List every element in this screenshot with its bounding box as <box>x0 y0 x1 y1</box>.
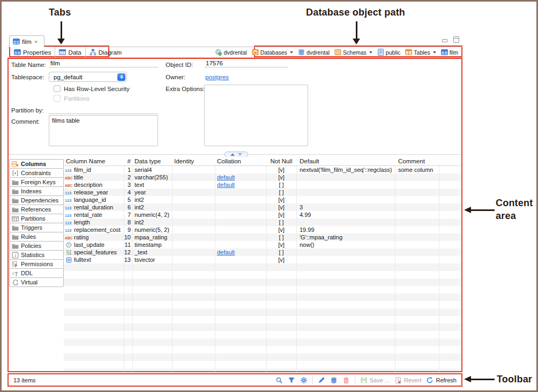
dropdown-caret-icon[interactable] <box>433 51 436 54</box>
grid-body[interactable]: 123film_id1serial4[v]nextval('film_film_… <box>64 166 461 372</box>
comment-cell <box>395 226 439 233</box>
select-stepper-icon[interactable] <box>117 73 125 81</box>
tab-data[interactable]: Data <box>55 47 85 57</box>
sidebar-item-virtual[interactable]: Virtual <box>9 277 64 287</box>
tab-diagram[interactable]: Diagram <box>86 47 125 57</box>
search-icon[interactable] <box>275 376 283 384</box>
sidebar-item-statistics[interactable]: iStatistics <box>9 250 64 260</box>
table-row-replacement-cost[interactable]: 123replacement_cost9numeric(5, 2)[v]19.9… <box>64 226 461 233</box>
column-header-not-null[interactable]: Not Null <box>266 157 296 165</box>
sidebar-item-rules[interactable]: Rules <box>9 232 64 242</box>
column-header-data-type[interactable]: Data type <box>132 157 172 165</box>
table-row-last-update[interactable]: last_update11timestamp[v]now() <box>64 241 461 248</box>
minimize-icon[interactable] <box>442 39 447 42</box>
sidebar-item-label: Indexes <box>21 188 42 194</box>
table-row-description[interactable]: ABCdescription3textdefault[ ] <box>64 181 461 189</box>
refresh-button[interactable]: Refresh <box>426 376 457 384</box>
sidebar-item-columns[interactable]: Columns <box>9 159 64 169</box>
tablespace-label: Tablespace: <box>11 74 44 80</box>
table-row-title[interactable]: ABCtitle2varchar(255)default[v] <box>64 174 461 181</box>
editor-tab-film[interactable]: film × <box>9 35 44 47</box>
folder-icon <box>12 233 19 240</box>
identity-cell <box>172 241 215 248</box>
table-row-language-id[interactable]: 123language_id5int2[v] <box>64 196 461 203</box>
sidebar-item-dependencies[interactable]: Dependencies <box>9 195 64 205</box>
collation-cell[interactable]: default <box>215 174 266 181</box>
ordinal-cell: 2 <box>124 174 132 181</box>
breadcrumb-item-dvdrental[interactable]: dvdrental <box>298 49 330 56</box>
trash-icon[interactable] <box>342 376 350 384</box>
data-type-cell: numeric(5, 2) <box>132 226 172 233</box>
empty-cell <box>439 166 461 174</box>
sidebar-item-references[interactable]: References <box>9 205 64 214</box>
column-header-collation[interactable]: Collation <box>215 157 266 165</box>
breadcrumb-item-public[interactable]: public <box>377 49 400 56</box>
breadcrumb-item-databases[interactable]: Databases <box>252 49 293 56</box>
database-stack-icon[interactable] <box>330 376 338 384</box>
maximize-icon[interactable] <box>453 36 459 43</box>
table-row-release-year[interactable]: 123release_year4year[ ] <box>64 189 461 196</box>
sidebar-item-constraints[interactable]: Constraints <box>9 168 64 178</box>
extra-options-field[interactable] <box>204 85 308 146</box>
default-cell: 'G'::mpaa_rating <box>296 233 395 241</box>
dropdown-caret-icon[interactable] <box>290 51 293 54</box>
sidebar-item-partitions[interactable]: Partitions <box>9 214 64 223</box>
sidebar-item-ddl[interactable]: oTDDL <box>9 268 64 278</box>
empty-cell <box>439 248 461 256</box>
ordinal-cell: 12 <box>124 248 132 256</box>
pencil-icon[interactable] <box>318 376 325 384</box>
data-type-cell: int2 <box>132 218 172 226</box>
revert-button[interactable]: Revert <box>394 376 421 384</box>
table-row-film-id[interactable]: 123film_id1serial4[v]nextval('film_film_… <box>64 166 461 174</box>
collation-cell[interactable]: default <box>215 248 266 256</box>
table-row-rental-rate[interactable]: 123rental_rate7numeric(4, 2)[v]4.99 <box>64 211 461 218</box>
breadcrumb-item-schemas[interactable]: Schemas <box>334 49 372 56</box>
column-header-comment[interactable]: Comment <box>395 157 439 165</box>
comment-field[interactable]: films table <box>49 115 158 146</box>
tablespace-value: pg_default <box>54 74 83 80</box>
collation-cell <box>215 241 266 248</box>
tablespace-select[interactable]: pg_default <box>49 72 127 82</box>
annotation-tabs-arrow <box>61 21 62 40</box>
table-name-field[interactable]: film <box>49 59 158 67</box>
collapse-down-icon[interactable] <box>238 153 242 156</box>
column-header-identity[interactable]: Identity <box>172 157 215 165</box>
column-name: length <box>74 218 90 226</box>
owner-link[interactable]: postgres <box>205 74 229 80</box>
gear-icon[interactable] <box>300 376 308 384</box>
save-button[interactable]: Save ... <box>360 376 390 384</box>
column-header-default[interactable]: Default <box>296 157 395 165</box>
collapse-up-icon[interactable] <box>230 153 235 156</box>
column-name: language_id <box>74 196 106 203</box>
breadcrumb-item-tables[interactable]: Tables <box>405 49 436 56</box>
collation-cell[interactable]: default <box>215 181 266 189</box>
table-row-rating[interactable]: ABCrating10mpaa_rating[ ]'G'::mpaa_ratin… <box>64 233 461 241</box>
sidebar-item-indexes[interactable]: Indexes <box>9 186 64 196</box>
close-tab-icon[interactable]: × <box>34 39 38 45</box>
folder-icon <box>12 179 19 186</box>
toolbar-separator <box>355 376 355 384</box>
ordinal-cell: 10 <box>124 233 132 241</box>
text-type-icon: ABC <box>65 235 73 240</box>
sidebar-item-foreign-keys[interactable]: Foreign Keys <box>9 177 64 187</box>
breadcrumb-item-film[interactable]: film <box>441 49 458 56</box>
table-row-special-features[interactable]: special_features12_textdefault[ ] <box>64 248 461 256</box>
sidebar-item-triggers[interactable]: Triggers <box>9 223 64 232</box>
partition-by-field[interactable] <box>49 105 158 114</box>
annotation-content-area-line2: area <box>496 210 516 222</box>
comment-cell <box>395 181 439 189</box>
not-null-cell: [v] <box>266 203 296 211</box>
tab-properties[interactable]: Properties <box>10 47 55 57</box>
rls-checkbox[interactable] <box>54 85 61 92</box>
revert-icon <box>394 376 402 384</box>
table-row-rental-duration[interactable]: 123rental_duration6int2[v]3 <box>64 203 461 211</box>
breadcrumb-item-dvdrental[interactable]: dvdrental <box>215 49 246 56</box>
table-row-length[interactable]: 123length8int2[ ] <box>64 218 461 226</box>
sidebar-item-policies[interactable]: Policies <box>9 241 64 251</box>
dropdown-caret-icon[interactable] <box>369 51 372 54</box>
column-header-column-name[interactable]: Column Name <box>64 157 124 165</box>
filter-icon[interactable] <box>288 376 295 384</box>
column-header--[interactable]: # <box>124 157 132 165</box>
table-row-fulltext[interactable]: fulltext13tsvector[v] <box>64 256 461 263</box>
sidebar-item-permissions[interactable]: PPermissions <box>9 259 64 269</box>
